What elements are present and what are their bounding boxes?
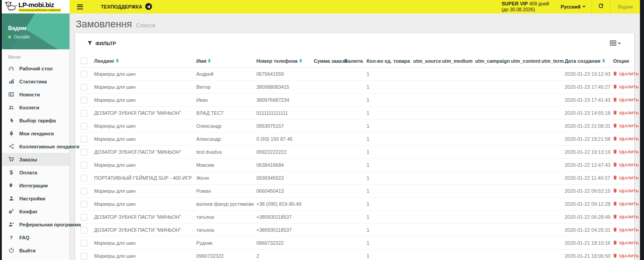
currency-cell	[341, 133, 364, 146]
row-checkbox[interactable]	[81, 201, 87, 208]
options-cell: УДАЛИТЬ	[610, 250, 640, 260]
utm-term-cell	[539, 172, 562, 185]
select-all-checkbox[interactable]	[81, 57, 87, 64]
row-checkbox[interactable]	[81, 214, 87, 221]
sort-icon[interactable]	[602, 59, 605, 63]
sort-icon[interactable]	[208, 59, 211, 63]
row-checkbox[interactable]	[81, 240, 87, 247]
delete-button[interactable]: УДАЛИТЬ	[613, 149, 639, 155]
utm-term-cell	[539, 198, 562, 211]
utm-medium-cell	[439, 68, 472, 81]
telegram-icon	[145, 3, 152, 11]
sidebar-item-orders[interactable]: Заказы	[2, 153, 69, 166]
row-checkbox[interactable]	[81, 136, 87, 143]
sidebar-item-referral[interactable]: Реферальная программа	[2, 218, 69, 231]
row-checkbox[interactable]	[81, 97, 87, 104]
delete-button[interactable]: УДАЛИТЬ	[613, 253, 639, 259]
order-sum-cell	[311, 172, 341, 185]
delete-button[interactable]: УДАЛИТЬ	[613, 110, 639, 116]
row-checkbox[interactable]	[81, 188, 87, 195]
row-checkbox[interactable]	[81, 175, 87, 182]
delete-button[interactable]: УДАЛИТЬ	[613, 97, 639, 103]
options-cell: УДАЛИТЬ	[610, 159, 640, 172]
delete-button[interactable]: УДАЛИТЬ	[613, 214, 639, 220]
share-icon	[8, 143, 15, 149]
sidebar-item-payment[interactable]: $Оплата	[2, 166, 69, 179]
menu-section-label: Меню	[2, 49, 69, 62]
column-header-landing[interactable]: Лендинг	[91, 54, 194, 68]
window-edge-left	[0, 0, 2, 260]
delete-button[interactable]: УДАЛИТЬ	[613, 136, 639, 142]
sidebar-item-news[interactable]: Новости	[2, 88, 69, 101]
logo[interactable]: LP-mobi.biz Конструктор мобильных лендин…	[2, 0, 69, 13]
delete-button[interactable]: УДАЛИТЬ	[613, 227, 639, 233]
sidebar-item-dashboard[interactable]: Рабочий стол	[2, 62, 69, 75]
delete-button[interactable]: УДАЛИТЬ	[613, 201, 639, 207]
topbar-username[interactable]: Вадим	[610, 0, 640, 13]
row-checkbox[interactable]	[81, 123, 87, 130]
name-cell: валеев фанур рустямович	[194, 198, 254, 211]
sidebar-item-config[interactable]: Конфиг	[2, 205, 69, 218]
card-toolbar: ФИЛЬТР	[75, 33, 634, 54]
qty-cell: 1	[364, 81, 411, 94]
column-header-name[interactable]: Имя	[194, 54, 254, 68]
column-label: Номер телефона	[256, 58, 298, 64]
qty-cell: 1	[364, 185, 411, 198]
row-checkbox[interactable]	[81, 110, 87, 117]
delete-button[interactable]: УДАЛИТЬ	[613, 188, 639, 194]
topbar: LP-mobi.biz Конструктор мобильных лендин…	[2, 0, 640, 13]
trash-icon	[613, 136, 617, 142]
utm-content-cell	[508, 120, 539, 133]
delete-button[interactable]: УДАЛИТЬ	[613, 240, 639, 246]
row-checkbox[interactable]	[81, 227, 87, 234]
landing-cell: ПОРТАТИВНЫЙ ГЕЙМПАД SUP - 400 ИГР В 1	[91, 172, 194, 185]
delete-button[interactable]: УДАЛИТЬ	[613, 123, 639, 129]
row-checkbox[interactable]	[81, 149, 87, 156]
language-dropdown[interactable]: Русский	[554, 4, 592, 9]
utm-content-cell	[508, 94, 539, 107]
utm-campaign-cell	[472, 185, 508, 198]
filter-button[interactable]: ФИЛЬТР	[87, 41, 116, 47]
created-cell: 2020-01-22 09:12:28	[562, 198, 610, 211]
delete-button[interactable]: УДАЛИТЬ	[613, 71, 639, 77]
order-sum-cell	[311, 211, 341, 224]
column-header-phone[interactable]: Номер телефона	[254, 54, 311, 68]
sidebar-item-integrations[interactable]: Интеграции	[2, 179, 69, 192]
qty-cell: 1	[364, 146, 411, 159]
sort-icon[interactable]	[299, 59, 302, 63]
utm-medium-cell	[439, 159, 472, 172]
refresh-button[interactable]	[592, 0, 610, 13]
delete-button[interactable]: УДАЛИТЬ	[613, 162, 639, 168]
delete-button[interactable]: УДАЛИТЬ	[613, 84, 639, 90]
table-row: Маркеры для шинОлександр095307515712020-…	[78, 120, 640, 133]
scrollbar-track[interactable]	[640, 0, 644, 260]
sidebar-item-settings[interactable]: Настройки	[2, 192, 69, 205]
support-button[interactable]: ТЕХПОДДЕРЖКА	[101, 3, 152, 11]
hamburger-menu-icon[interactable]	[75, 3, 85, 11]
sidebar-item-colleagues[interactable]: Коллеги	[2, 101, 69, 114]
columns-toggle-button[interactable]	[610, 40, 621, 47]
sidebar-item-statistics[interactable]: Статистика	[2, 75, 69, 88]
created-cell: 2020-01-22 06:28:49	[562, 211, 610, 224]
language-label: Русский	[561, 4, 580, 9]
row-checkbox[interactable]	[81, 253, 87, 260]
column-header-order_sum: Сумма заказа	[311, 54, 341, 68]
sort-icon[interactable]	[116, 59, 119, 63]
utm-source-cell	[411, 224, 439, 237]
sidebar-item-collective-landings[interactable]: Коллективные лендинги	[2, 140, 69, 153]
row-checkbox[interactable]	[81, 162, 87, 169]
name-cell: Максим	[194, 159, 254, 172]
delete-button[interactable]: УДАЛИТЬ	[613, 175, 639, 181]
created-cell: 2020-01-22 19:21:58	[562, 133, 610, 146]
sidebar-item-my-landings[interactable]: Мои лендинги	[2, 127, 69, 140]
trash-icon	[613, 240, 617, 246]
sidebar-item-tariff[interactable]: Выбор тарифа	[2, 114, 69, 127]
row-checkbox[interactable]	[81, 84, 87, 91]
sidebar-item-faq[interactable]: ?FAQ	[2, 231, 69, 244]
column-header-currency: Валюта	[341, 54, 364, 68]
orders-card: ФИЛЬТР ЛендингИмяНомер телефонаСумма зак…	[75, 33, 634, 260]
row-checkbox[interactable]	[81, 71, 87, 78]
column-label: Кол-во ед. товара	[367, 58, 410, 64]
sidebar-item-logout[interactable]: Выйти	[2, 244, 69, 257]
column-header-created[interactable]: Дата создания	[562, 54, 610, 68]
